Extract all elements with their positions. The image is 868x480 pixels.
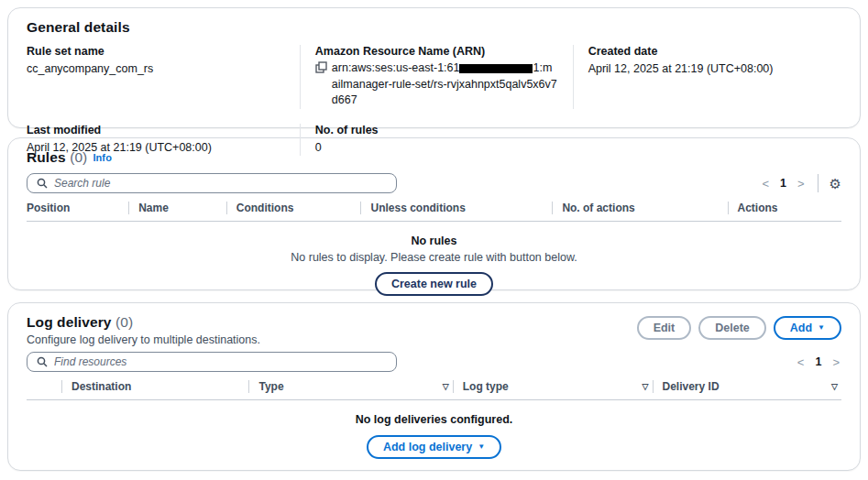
num-rules-value: 0 — [315, 139, 558, 156]
rules-table-header: Position Name Conditions Unless conditio… — [27, 202, 841, 222]
sort-icon[interactable]: ▽ — [831, 382, 841, 391]
create-new-rule-button[interactable]: Create new rule — [375, 272, 493, 296]
log-delivery-search-box[interactable] — [27, 352, 397, 372]
delete-button[interactable]: Delete — [698, 316, 766, 340]
column-header-position: Position — [27, 202, 128, 214]
num-rules-field: No. of rules 0 — [300, 124, 573, 156]
log-delivery-description: Configure log delivery to multiple desti… — [27, 333, 260, 346]
column-header-actions: Actions — [728, 202, 841, 214]
toolbar-divider — [818, 174, 819, 192]
log-delivery-table-header: Destination Type▽ Log type▽ Delivery ID▽ — [27, 380, 841, 400]
page-number[interactable]: 1 — [815, 355, 821, 368]
created-date-label: Created date — [588, 45, 827, 58]
caret-down-icon: ▼ — [478, 442, 485, 452]
empty-state-title: No rules — [27, 235, 841, 247]
rules-search-input[interactable] — [54, 177, 387, 190]
column-header-delivery-id[interactable]: Delivery ID▽ — [653, 380, 841, 393]
next-page-icon[interactable]: > — [796, 177, 807, 191]
gear-icon[interactable]: ⚙ — [830, 177, 841, 191]
caret-down-icon: ▼ — [818, 323, 825, 333]
search-icon — [37, 356, 48, 367]
created-date-field: Created date April 12, 2025 at 21:19 (UT… — [573, 45, 841, 109]
add-button[interactable]: Add▼ — [774, 316, 841, 340]
redacted-account-id — [459, 64, 533, 73]
empty-state-message: No rules to display. Please create rule … — [27, 251, 841, 264]
general-details-title: General details — [27, 19, 841, 36]
general-details-panel: General details Rule set name cc_anycomp… — [7, 7, 861, 128]
log-delivery-empty-state: No log deliveries configured. Add log de… — [27, 413, 841, 459]
rule-set-name-field: Rule set name cc_anycompany_com_rs — [27, 45, 300, 109]
column-header-type[interactable]: Type▽ — [248, 380, 452, 393]
next-page-icon[interactable]: > — [830, 355, 841, 369]
rules-panel: Rules (0)Info < 1 > ⚙ Position Name Cond… — [7, 137, 861, 290]
column-header-no-of-actions: No. of actions — [552, 202, 727, 214]
edit-button[interactable]: Edit — [637, 316, 692, 340]
log-delivery-pagination: < 1 > — [796, 355, 841, 369]
general-details-row-1: Rule set name cc_anycompany_com_rs Amazo… — [27, 45, 841, 109]
arn-value: arn:aws:ses:us-east-1:611:mailmanager-ru… — [332, 60, 558, 109]
sort-icon[interactable]: ▽ — [643, 382, 653, 391]
empty-state-message: No log deliveries configured. — [27, 413, 841, 426]
previous-page-icon[interactable]: < — [796, 355, 807, 369]
log-delivery-count: (0) — [115, 314, 133, 330]
log-delivery-search-input[interactable] — [54, 355, 387, 368]
column-header-name: Name — [128, 202, 226, 214]
log-delivery-panel: Log delivery (0) Configure log delivery … — [7, 302, 861, 471]
column-header-log-type[interactable]: Log type▽ — [453, 380, 653, 393]
rule-set-name-label: Rule set name — [27, 45, 285, 58]
previous-page-icon[interactable]: < — [760, 177, 771, 191]
sort-icon[interactable]: ▽ — [443, 382, 453, 391]
last-modified-label: Last modified — [27, 124, 285, 136]
rule-set-name-value: cc_anycompany_com_rs — [27, 60, 285, 77]
search-icon — [37, 178, 48, 189]
column-header-destination: Destination — [61, 380, 248, 393]
created-date-value: April 12, 2025 at 21:19 (UTC+08:00) — [588, 60, 827, 77]
arn-label: Amazon Resource Name (ARN) — [315, 45, 558, 58]
rules-search-box[interactable] — [27, 173, 397, 193]
column-header-unless-conditions: Unless conditions — [360, 202, 552, 214]
copy-icon[interactable] — [315, 61, 327, 73]
rules-info-link[interactable]: Info — [93, 152, 112, 163]
num-rules-label: No. of rules — [315, 124, 558, 136]
column-header-conditions: Conditions — [226, 202, 361, 214]
log-delivery-title: Log delivery (0) — [27, 314, 260, 331]
rules-pagination: < 1 > ⚙ — [760, 174, 841, 192]
rules-empty-state: No rules No rules to display. Please cre… — [27, 235, 841, 296]
add-log-delivery-button[interactable]: Add log delivery▼ — [367, 435, 501, 459]
general-details-row-2: Last modified April 12, 2025 at 21:19 (U… — [27, 124, 841, 156]
page-number[interactable]: 1 — [780, 177, 786, 190]
rules-count: (0) — [70, 149, 87, 165]
empty-cell — [573, 124, 841, 156]
arn-field: Amazon Resource Name (ARN) arn:aws:ses:u… — [300, 45, 573, 109]
